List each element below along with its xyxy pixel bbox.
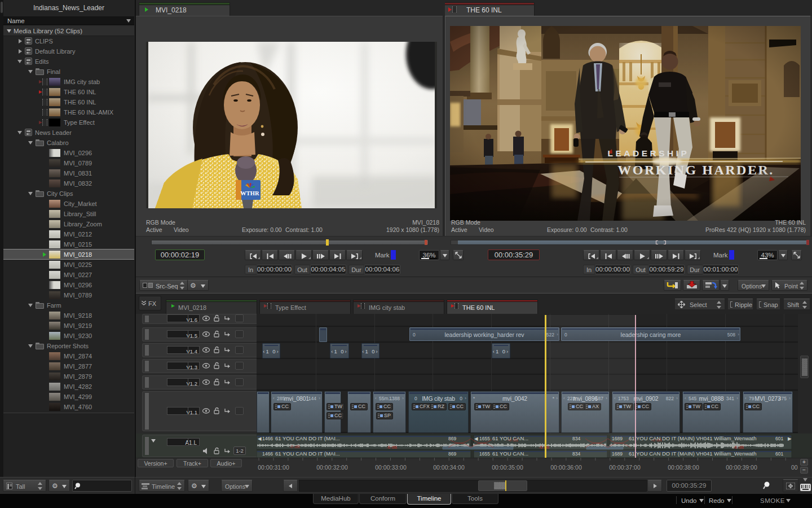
svg-text:WTHR: WTHR bbox=[240, 190, 259, 196]
svg-text:1466: 1466 bbox=[262, 436, 273, 441]
svg-text:61 YOU CAN DO IT (MAIN) VH041: 61 YOU CAN DO IT (MAIN) VH041 William_We… bbox=[629, 435, 756, 441]
svg-text:61 YOU CAN DO IT (MAI...: 61 YOU CAN DO IT (MAI... bbox=[275, 450, 340, 457]
svg-text:00:00:38:00: 00:00:38:00 bbox=[668, 464, 699, 471]
svg-text:◀: ◀ bbox=[474, 436, 478, 441]
svg-text:00:00:35:00: 00:00:35:00 bbox=[492, 464, 523, 471]
svg-text:00:00:34:00: 00:00:34:00 bbox=[433, 464, 465, 471]
svg-text:-0 dB: -0 dB bbox=[289, 444, 300, 449]
svg-text:00:00:33:00: 00:00:33:00 bbox=[375, 464, 407, 471]
svg-text:▶: ▶ bbox=[788, 436, 792, 441]
svg-text:00:0: 00:0 bbox=[791, 464, 798, 471]
svg-text:869: 869 bbox=[448, 436, 456, 441]
svg-text:◀: ◀ bbox=[258, 436, 262, 441]
svg-text:00:00:39:00: 00:00:39:00 bbox=[726, 464, 757, 471]
svg-text:00:00:37:00: 00:00:37:00 bbox=[609, 464, 641, 471]
svg-text:61 YOU CAN...: 61 YOU CAN... bbox=[492, 450, 528, 457]
svg-text:1655: 1655 bbox=[479, 436, 490, 441]
svg-text:601: 601 bbox=[775, 436, 783, 441]
svg-text:601: 601 bbox=[775, 451, 783, 457]
svg-text:-6 dB: -6 dB bbox=[733, 445, 744, 450]
svg-text:1466: 1466 bbox=[262, 451, 273, 457]
svg-text:61 YOU CAN...: 61 YOU CAN... bbox=[492, 435, 528, 441]
svg-text:869: 869 bbox=[448, 451, 456, 457]
svg-text:1655: 1655 bbox=[479, 451, 490, 457]
svg-text:-6 dB: -6 dB bbox=[386, 445, 397, 450]
svg-text:00:00:31:00: 00:00:31:00 bbox=[258, 464, 289, 471]
svg-text:61 YOU CAN DO IT (MAIN) VH041: 61 YOU CAN DO IT (MAIN) VH041 William_We… bbox=[629, 450, 756, 457]
svg-text:00:00:32:00: 00:00:32:00 bbox=[316, 464, 348, 471]
svg-text:00:00:36:00: 00:00:36:00 bbox=[550, 464, 582, 471]
svg-text:61 YOU CAN DO IT (MAI...: 61 YOU CAN DO IT (MAI... bbox=[275, 435, 340, 441]
